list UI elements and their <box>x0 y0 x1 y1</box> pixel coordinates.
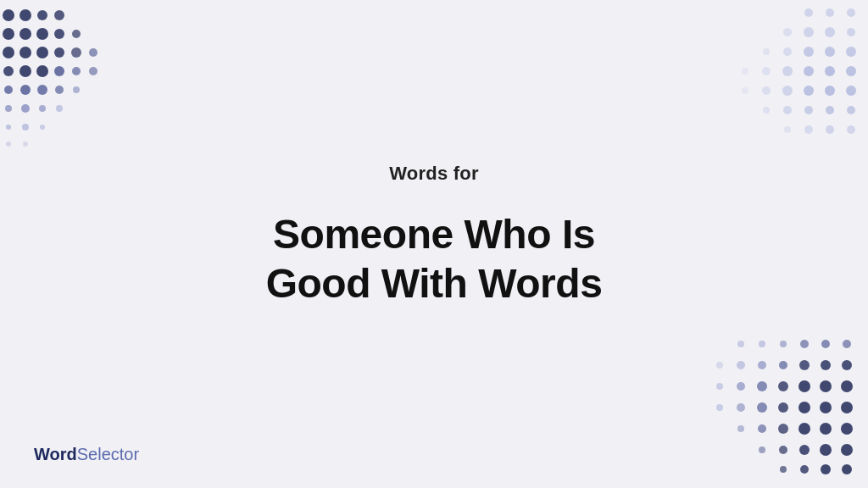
svg-point-45 <box>825 47 835 57</box>
svg-point-101 <box>759 446 765 453</box>
svg-point-43 <box>783 47 792 56</box>
svg-point-89 <box>737 403 745 412</box>
svg-point-90 <box>757 402 767 413</box>
svg-point-36 <box>826 8 834 17</box>
svg-point-99 <box>820 423 832 435</box>
svg-point-13 <box>71 47 81 58</box>
svg-point-35 <box>804 8 813 17</box>
svg-point-38 <box>783 28 792 36</box>
svg-point-85 <box>798 380 810 392</box>
svg-point-34 <box>23 141 28 147</box>
subtitle-text: Words for <box>266 163 603 185</box>
svg-point-70 <box>780 341 787 347</box>
svg-point-69 <box>759 341 765 347</box>
svg-point-74 <box>716 362 723 369</box>
logo: WordSelector <box>34 445 139 464</box>
svg-point-7 <box>54 29 64 39</box>
svg-point-22 <box>20 85 31 95</box>
svg-point-58 <box>846 86 856 96</box>
svg-point-76 <box>758 361 766 369</box>
svg-point-84 <box>778 381 788 391</box>
svg-point-79 <box>821 360 831 370</box>
svg-point-1 <box>19 9 31 21</box>
main-title: Someone Who Is Good With Words <box>266 210 603 308</box>
svg-point-82 <box>737 382 745 391</box>
svg-point-32 <box>40 125 45 130</box>
svg-point-75 <box>737 361 745 369</box>
svg-point-83 <box>757 381 767 391</box>
svg-point-46 <box>846 47 856 57</box>
svg-point-19 <box>72 67 81 75</box>
svg-point-100 <box>841 423 853 435</box>
svg-point-6 <box>36 28 48 40</box>
svg-point-55 <box>782 86 793 96</box>
svg-point-61 <box>804 106 813 114</box>
svg-point-88 <box>716 404 723 411</box>
svg-point-106 <box>780 466 787 473</box>
svg-point-25 <box>73 86 80 93</box>
svg-point-50 <box>804 66 814 76</box>
svg-point-41 <box>847 28 855 36</box>
svg-point-109 <box>842 464 852 474</box>
logo-selector: Selector <box>77 445 139 463</box>
svg-point-66 <box>826 125 834 134</box>
svg-point-54 <box>762 86 771 95</box>
svg-point-8 <box>72 30 81 38</box>
svg-point-23 <box>37 85 47 95</box>
svg-point-98 <box>798 423 810 435</box>
svg-point-102 <box>779 446 787 454</box>
page-wrapper: Words for Someone Who Is Good With Words… <box>0 0 868 488</box>
svg-point-15 <box>3 66 14 76</box>
svg-point-95 <box>737 425 744 432</box>
svg-point-30 <box>6 125 11 130</box>
svg-point-42 <box>763 48 770 55</box>
svg-point-56 <box>804 86 814 96</box>
svg-point-87 <box>841 380 853 392</box>
svg-point-52 <box>846 66 856 76</box>
svg-point-40 <box>825 27 835 37</box>
dots-bottom-right <box>682 319 868 488</box>
svg-point-96 <box>758 424 766 433</box>
svg-point-9 <box>3 47 14 58</box>
svg-point-72 <box>821 340 830 348</box>
svg-point-3 <box>54 10 64 20</box>
svg-point-63 <box>847 106 855 114</box>
svg-point-14 <box>89 48 97 57</box>
svg-point-105 <box>841 444 853 456</box>
svg-point-62 <box>826 106 834 114</box>
svg-point-51 <box>825 66 835 76</box>
svg-point-10 <box>19 47 31 58</box>
svg-point-78 <box>799 360 810 370</box>
svg-point-64 <box>784 126 791 133</box>
svg-point-21 <box>4 86 13 94</box>
svg-point-11 <box>36 47 48 58</box>
svg-point-68 <box>737 341 744 347</box>
svg-point-48 <box>762 67 771 75</box>
svg-point-71 <box>800 340 809 348</box>
svg-point-28 <box>39 105 46 112</box>
svg-point-29 <box>56 105 63 112</box>
svg-point-24 <box>55 86 64 94</box>
svg-point-0 <box>3 9 14 21</box>
svg-point-44 <box>804 47 814 57</box>
dots-top-left <box>0 0 153 169</box>
svg-point-31 <box>22 124 29 130</box>
svg-point-2 <box>37 10 47 20</box>
svg-point-37 <box>847 8 855 17</box>
svg-point-20 <box>89 67 97 75</box>
svg-point-65 <box>804 125 813 134</box>
svg-point-16 <box>19 65 31 77</box>
svg-point-103 <box>799 445 810 455</box>
svg-point-47 <box>742 68 748 75</box>
svg-point-77 <box>779 361 787 369</box>
svg-point-57 <box>825 86 835 96</box>
svg-point-49 <box>782 66 793 76</box>
svg-point-39 <box>804 27 814 37</box>
dots-top-right <box>698 0 868 186</box>
logo-word: Word <box>34 445 77 463</box>
svg-point-97 <box>778 424 788 434</box>
svg-point-86 <box>820 380 832 392</box>
svg-point-94 <box>841 402 853 413</box>
svg-point-91 <box>778 402 788 413</box>
svg-point-92 <box>798 402 810 413</box>
